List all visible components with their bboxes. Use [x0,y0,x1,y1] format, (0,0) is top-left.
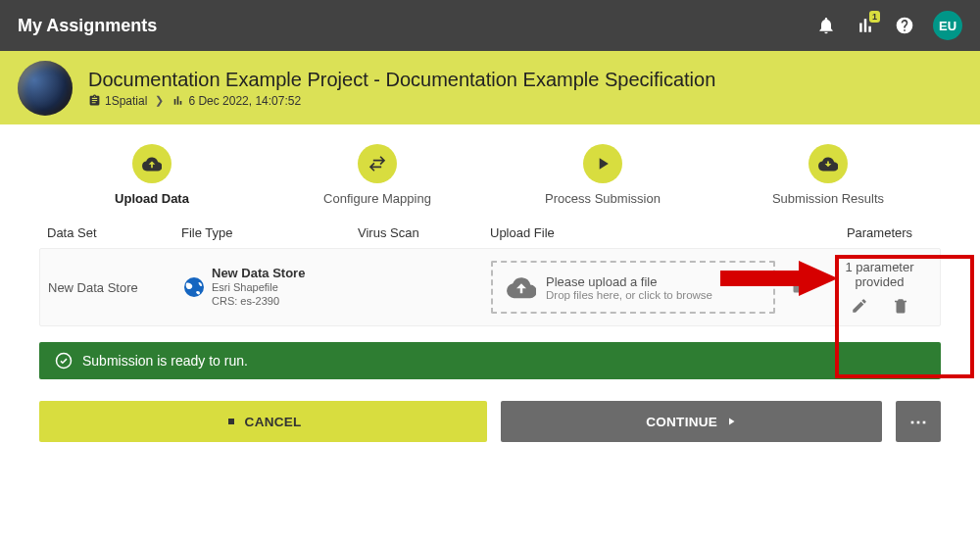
step-label: Configure Mapping [323,191,431,206]
play-icon [583,144,622,183]
col-uploadfile: Upload File [490,225,774,240]
col-parameters: Parameters [818,225,941,240]
step-label: Submission Results [772,191,884,206]
more-button[interactable]: ⋯ [896,401,941,442]
breadcrumb-date: 6 Dec 2022, 14:07:52 [172,94,301,108]
step-label: Process Submission [545,191,661,206]
user-avatar[interactable]: EU [933,11,962,40]
parameter-actions [851,297,909,315]
cell-dataset: New Data Store [40,280,182,295]
trash-icon[interactable] [892,297,909,315]
project-thumbnail [18,61,73,116]
step-configure-mapping[interactable]: Configure Mapping [270,144,485,206]
cell-filetype: New Data Store Esri Shapefile CRS: es-23… [182,266,359,309]
cloud-upload-icon [132,144,172,183]
svg-rect-2 [228,419,234,424]
cloud-upload-icon [507,272,536,302]
footer: CANCEL CONTINUE ⋯ [0,379,980,442]
step-upload-data[interactable]: Upload Data [44,144,260,206]
status-band: Submission is ready to run. [39,342,941,379]
step-label: Upload Data [115,191,189,206]
content: Data Set File Type Virus Scan Upload Fil… [0,216,980,326]
swap-icon [358,144,397,183]
upload-main-text: Please upload a file [546,274,712,289]
cloud-download-icon [808,144,848,183]
check-circle-icon [55,352,73,370]
status-message: Submission is ready to run. [82,353,248,369]
globe-icon [182,275,206,299]
step-process-submission[interactable]: Process Submission [495,144,710,206]
stats-small-icon [172,94,184,107]
table-header: Data Set File Type Virus Scan Upload Fil… [39,216,941,248]
project-titles: Documentation Example Project - Document… [88,69,715,108]
stepper: Upload Data Configure Mapping Process Su… [0,124,980,216]
topbar-actions: 1 EU [815,11,962,40]
page-title: My Assignments [18,16,815,36]
svg-point-1 [57,354,72,369]
filetype-crs: CRS: es-2390 [212,295,305,309]
col-virusscan: Virus Scan [358,225,490,240]
cell-uploadfile: Please upload a file Drop files here, or… [491,261,775,314]
bell-icon[interactable] [815,15,837,36]
chevron-right-icon: ❯ [155,94,164,107]
help-icon[interactable] [894,15,915,36]
table-row: New Data Store New Data Store Esri Shape… [39,248,941,326]
stats-badge: 1 [869,11,880,23]
clipboard-icon [88,94,101,107]
edit-icon[interactable] [851,297,868,315]
col-filetype: File Type [181,225,358,240]
continue-button[interactable]: CONTINUE [501,401,882,442]
project-title: Documentation Example Project - Document… [88,69,715,91]
filetype-format: Esri Shapefile [212,281,305,295]
parameter-count: 1 parameter provided [819,260,940,289]
cell-parameters: 1 parameter provided [819,260,940,315]
upload-dropzone[interactable]: Please upload a file Drop files here, or… [491,261,775,314]
play-icon [725,416,737,427]
upload-sub-text: Drop files here, or click to browse [546,289,712,301]
filetype-name: New Data Store [212,266,305,281]
cancel-button[interactable]: CANCEL [39,401,487,442]
breadcrumb: 1Spatial ❯ 6 Dec 2022, 14:07:52 [88,94,715,108]
stop-icon [225,416,237,427]
breadcrumb-org[interactable]: 1Spatial [88,94,147,108]
trash-icon[interactable] [789,276,807,294]
project-header: Documentation Example Project - Document… [0,51,980,124]
col-dataset: Data Set [39,225,181,240]
topbar: My Assignments 1 EU [0,0,980,51]
step-submission-results[interactable]: Submission Results [720,144,936,206]
stats-icon[interactable]: 1 [855,15,876,36]
cell-trash [775,276,819,298]
